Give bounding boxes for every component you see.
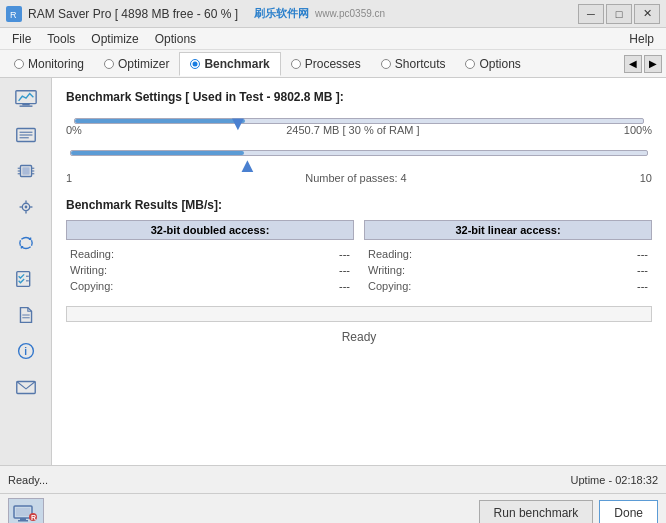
tab-benchmark[interactable]: Benchmark (179, 52, 280, 76)
sidebar-icon-monitor[interactable] (7, 82, 45, 116)
tab-processes[interactable]: Processes (281, 53, 371, 75)
tab-radio-shortcuts (381, 59, 391, 69)
ram-slider-min: 0% (66, 124, 82, 136)
sidebar-icon-list[interactable] (7, 118, 45, 152)
col1-reading-value: --- (339, 248, 350, 260)
passes-slider-value: Number of passes: 4 (305, 172, 407, 184)
app-icon: R (6, 6, 22, 22)
tab-nav: ◀ ▶ (624, 55, 662, 73)
bottom-icon: R (8, 498, 44, 524)
title-bar-left: R RAM Saver Pro [ 4898 MB free - 60 % ] … (6, 6, 385, 22)
status-bar: Ready... Uptime - 02:18:32 (0, 465, 666, 493)
slider2-thumb: ▲ (238, 154, 258, 177)
svg-text:R: R (10, 10, 17, 20)
sidebar-icon-file[interactable] (7, 298, 45, 332)
menu-optimize[interactable]: Optimize (83, 30, 146, 48)
benchmark-settings-title: Benchmark Settings [ Used in Test - 9802… (66, 90, 652, 104)
col2-row-copying: Copying: --- (364, 278, 652, 294)
watermark: 刷乐软件网 (254, 6, 309, 21)
passes-slider-max: 10 (640, 172, 652, 184)
tab-radio-options (465, 59, 475, 69)
col1-writing-value: --- (339, 264, 350, 276)
col1-writing-label: Writing: (70, 264, 107, 276)
slider1-thumb-top: ▼ (228, 112, 248, 135)
col1-row-writing: Writing: --- (66, 262, 354, 278)
svg-text:R: R (31, 514, 36, 521)
col2-row-writing: Writing: --- (364, 262, 652, 278)
ready-text: Ready (66, 330, 652, 344)
col1-row-copying: Copying: --- (66, 278, 354, 294)
col1-copying-label: Copying: (70, 280, 113, 292)
ram-slider-track[interactable] (74, 118, 644, 124)
status-left: Ready... (8, 474, 48, 486)
svg-point-18 (24, 206, 27, 209)
title-bar: R RAM Saver Pro [ 4898 MB free - 60 % ] … (0, 0, 666, 28)
col1-row-reading: Reading: --- (66, 246, 354, 262)
benchmark-results-section: Benchmark Results [MB/s]: 32-bit doubled… (66, 198, 652, 294)
bottom-bar: R Run benchmark Done (0, 493, 666, 523)
title-bar-controls: ─ □ ✕ (578, 4, 660, 24)
svg-rect-3 (22, 104, 29, 106)
sidebar-icon-mail[interactable] (7, 370, 45, 404)
col2-reading-value: --- (637, 248, 648, 260)
col2-row-reading: Reading: --- (364, 246, 652, 262)
col2-reading-label: Reading: (368, 248, 412, 260)
benchmark-results-title: Benchmark Results [MB/s]: (66, 198, 652, 212)
col2-writing-value: --- (637, 264, 648, 276)
sidebar-icon-info[interactable]: i (7, 334, 45, 368)
tab-radio-processes (291, 59, 301, 69)
tab-prev-button[interactable]: ◀ (624, 55, 642, 73)
tab-label-processes: Processes (305, 57, 361, 71)
tab-bar: Monitoring Optimizer Benchmark Processes… (0, 50, 666, 78)
tab-label-benchmark: Benchmark (204, 57, 269, 71)
tab-next-button[interactable]: ▶ (644, 55, 662, 73)
sidebar-icon-checklist[interactable] (7, 262, 45, 296)
passes-slider-track[interactable] (70, 150, 648, 156)
tab-shortcuts[interactable]: Shortcuts (371, 53, 456, 75)
passes-slider-fill (71, 151, 244, 155)
sidebar-icon-refresh[interactable] (7, 226, 45, 260)
tab-label-monitoring: Monitoring (28, 57, 84, 71)
ram-slider-labels: 0% 2450.7 MB [ 30 % of RAM ] 100% (66, 124, 652, 136)
svg-text:i: i (24, 346, 27, 357)
results-grid: 32-bit doubled access: Reading: --- Writ… (66, 220, 652, 294)
sidebar: i (0, 78, 52, 465)
ram-slider-track-wrapper: ▼ (70, 118, 648, 124)
svg-rect-33 (20, 518, 26, 520)
done-button[interactable]: Done (599, 500, 658, 524)
minimize-button[interactable]: ─ (578, 4, 604, 24)
menu-options[interactable]: Options (147, 30, 204, 48)
menu-bar: File Tools Optimize Options Help (0, 28, 666, 50)
tab-radio-benchmark (190, 59, 200, 69)
col1-reading-label: Reading: (70, 248, 114, 260)
close-button[interactable]: ✕ (634, 4, 660, 24)
passes-slider-min: 1 (66, 172, 72, 184)
menu-help[interactable]: Help (621, 30, 662, 48)
col2-copying-value: --- (637, 280, 648, 292)
sidebar-icon-chip[interactable] (7, 154, 45, 188)
tab-label-optimizer: Optimizer (118, 57, 169, 71)
svg-rect-4 (19, 105, 32, 106)
maximize-button[interactable]: □ (606, 4, 632, 24)
run-benchmark-button[interactable]: Run benchmark (479, 500, 594, 524)
watermark2: www.pc0359.cn (315, 8, 385, 19)
menu-file[interactable]: File (4, 30, 39, 48)
main-layout: i Benchmark Settings [ Used in Test - 98… (0, 78, 666, 465)
tab-options[interactable]: Options (455, 53, 530, 75)
svg-rect-32 (16, 508, 30, 516)
title-bar-title: RAM Saver Pro [ 4898 MB free - 60 % ] (28, 7, 238, 21)
progress-bar (66, 306, 652, 322)
bottom-left-area: R (8, 498, 44, 524)
col2-header: 32-bit linear access: (364, 220, 652, 240)
ram-slider-value: 2450.7 MB [ 30 % of RAM ] (286, 124, 419, 136)
sidebar-icon-settings[interactable] (7, 190, 45, 224)
tab-optimizer[interactable]: Optimizer (94, 53, 179, 75)
tab-monitoring[interactable]: Monitoring (4, 53, 94, 75)
col1-header: 32-bit doubled access: (66, 220, 354, 240)
ram-slider-fill (75, 119, 245, 123)
tab-radio-monitoring (14, 59, 24, 69)
col2-writing-label: Writing: (368, 264, 405, 276)
menu-tools[interactable]: Tools (39, 30, 83, 48)
svg-rect-10 (22, 167, 29, 174)
results-col2: 32-bit linear access: Reading: --- Writi… (364, 220, 652, 294)
